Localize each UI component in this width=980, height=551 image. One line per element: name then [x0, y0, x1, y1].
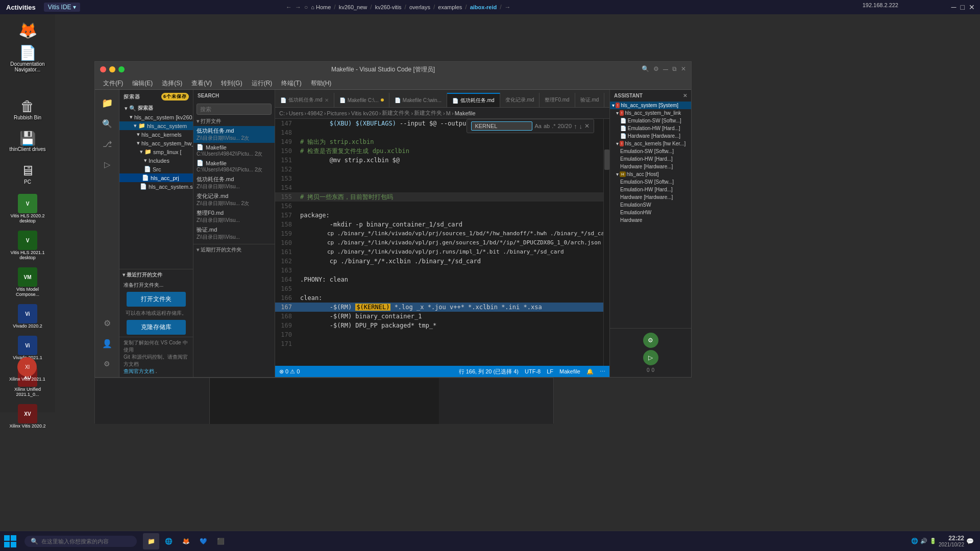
gear-activity-icon[interactable]: ⚙ — [98, 355, 116, 373]
taskbar-vscode[interactable]: 💙 — [195, 533, 211, 549]
assistant-item-hw-link[interactable]: ▾ ! hls_acc_system_hw_link — [610, 109, 691, 117]
menu-help[interactable]: 帮助(H) — [307, 78, 336, 89]
search-icon[interactable]: 🔍 — [642, 65, 649, 73]
desktop-icon-vitis-hls-2021[interactable]: V Vitis HLS 2021.1 desktop — [5, 229, 51, 262]
tab-2[interactable]: 📄 Makefile C:\... — [334, 93, 389, 107]
assistant-item-hardware-1[interactable]: 📄 Hardware [Hardware...] — [610, 132, 691, 140]
tree-hls-acc-system[interactable]: ▾ 📁 hls_acc_system — [119, 121, 193, 130]
top-close-icon[interactable]: ✕ — [969, 3, 975, 11]
tab-7[interactable]: 验证.md — [575, 93, 605, 107]
tab-6[interactable]: 整理F0.md — [540, 93, 575, 107]
desktop-icon-vitis-model[interactable]: VM Vitis Model Compose... — [5, 265, 51, 299]
status-bell[interactable]: 🔔 — [586, 368, 594, 375]
assistant-item-kernels[interactable]: ▾ ! hls_acc_kernels [hw Ker...] — [610, 140, 691, 147]
scrollbar-thumb[interactable] — [604, 149, 609, 170]
maximize-icon[interactable]: □ — [961, 3, 965, 11]
settings-icon[interactable]: ⚙ — [653, 65, 659, 73]
search-activity-icon[interactable]: 🔍 — [98, 114, 116, 133]
assistant-item-hardware-3[interactable]: Hardware [Hardware...] — [610, 193, 691, 201]
desktop-icon-pc[interactable]: 🖥 PC — [5, 160, 51, 187]
min-btn[interactable] — [109, 66, 115, 72]
assistant-item-emu-sw-3[interactable]: Emulation-SW [Softw...] — [610, 178, 691, 186]
assistant-item-system[interactable]: ▾ ! hls_acc_system [System] — [610, 102, 691, 109]
debug-icon[interactable]: ▷ — [98, 155, 116, 173]
status-language[interactable]: Makefile — [559, 368, 580, 374]
minimize-icon[interactable]: ─ — [951, 3, 957, 11]
desktop-icon-thinclient[interactable]: 💾 thinClient drives — [5, 129, 51, 154]
assistant-item-host[interactable]: ▾ H hls_acc [Host] — [610, 170, 691, 178]
explorer-activity-icon[interactable]: 📁 — [98, 94, 116, 112]
assistant-item-emu-hw-2[interactable]: Emulation-HW [Hard...] — [610, 155, 691, 163]
open-folder-btn[interactable]: 打开文件夹 — [127, 292, 185, 307]
nav-aibox[interactable]: aibox-reid — [470, 4, 497, 10]
menu-select[interactable]: 选择(S) — [158, 78, 186, 89]
status-line-col[interactable]: 行 166, 列 20 (已选择 4) — [459, 368, 519, 375]
status-encoding[interactable]: UTF-8 — [525, 368, 541, 374]
tree-hls-acc-kernels[interactable]: ▾ hls_acc_kernels — [119, 130, 193, 139]
find-close-btn[interactable]: ✕ — [584, 122, 590, 130]
search-input[interactable] — [197, 104, 272, 115]
learn-more-link[interactable]: 查阅官方文档 — [124, 368, 154, 374]
nav-overlays[interactable]: overlays — [409, 4, 430, 10]
desktop-icon-xilinx-vitis[interactable]: XV Xilinx Vitis 2020.2 — [5, 402, 51, 431]
desktop-icon-firefox[interactable]: 🦊 — [5, 19, 51, 41]
search-item-6[interactable]: 整理F0.md Z\\目录日期\\Visu... — [193, 208, 275, 225]
assistant-item-hardware-final[interactable]: Hardware — [610, 216, 691, 224]
tab-1[interactable]: 📄 低功耗任务.md ✕ — [275, 93, 334, 107]
find-next-btn[interactable]: ↓ — [579, 122, 583, 130]
menu-view[interactable]: 查看(V) — [187, 78, 216, 89]
tab-5[interactable]: 变化记录.md — [500, 93, 540, 107]
settings-activity-icon[interactable]: 👤 — [98, 334, 116, 353]
win-close-icon[interactable]: ✕ — [681, 65, 686, 73]
tree-src[interactable]: 📄 Src — [119, 165, 193, 173]
assistant-green-btn2[interactable]: ▷ — [643, 350, 658, 365]
tree-hls-system[interactable]: ▾ hls_acc_system [kv260...] — [119, 113, 193, 121]
taskbar-terminal[interactable]: ⬛ — [212, 533, 229, 549]
tree-includes[interactable]: ▾ Includes — [119, 156, 193, 165]
code-editor[interactable]: 147 $(XBU) $(XBUFLAGS) --input $@ --outp… — [275, 119, 603, 366]
desktop-icon-rubbish[interactable]: 🗑 Rubbish Bin — [5, 96, 51, 122]
nav-kv260-new[interactable]: kv260_new — [339, 4, 368, 10]
taskbar-search-bar[interactable]: 🔍 — [24, 536, 137, 547]
taskbar-notification-icon[interactable]: 💬 — [966, 538, 974, 545]
status-errors[interactable]: ⊗ 0 ⚠ 0 — [279, 368, 300, 375]
nav-kv260-vitis[interactable]: kv260-vitis — [375, 4, 402, 10]
tree-hls-acc-prj[interactable]: 📄 hls_acc_prj — [119, 173, 193, 182]
max-btn[interactable] — [118, 66, 125, 72]
menu-edit[interactable]: 编辑(E) — [128, 78, 157, 89]
assistant-item-emulation-hw[interactable]: EmulationHW — [610, 209, 691, 216]
tree-hls-acc-hw-link[interactable]: ▾ hls_acc_system_hw_link — [119, 139, 193, 147]
nav-examples[interactable]: examples — [438, 4, 462, 10]
assistant-item-emu-hw-3[interactable]: Emulation-HW [Hard...] — [610, 186, 691, 193]
extensions-icon[interactable]: ⚙ — [98, 314, 116, 332]
nav-forward[interactable]: → — [505, 4, 511, 11]
tree-smp-linux[interactable]: ▾ 📁 smp_linux [ — [119, 147, 193, 156]
nav-left[interactable]: ← — [286, 4, 292, 11]
taskbar-chrome[interactable]: 🌐 — [160, 533, 177, 549]
assistant-close[interactable]: ✕ — [683, 93, 687, 98]
assistant-item-emu-sw-1[interactable]: 📄 Emulation-SW [Softw...] — [610, 117, 691, 124]
taskbar-file-manager[interactable]: 📁 — [143, 533, 159, 549]
source-control-icon[interactable]: ⎇ — [98, 135, 116, 153]
tab-3[interactable]: 📄 Makefile C:\win... — [389, 93, 447, 107]
desktop-icon-xilinx-vitis-bottom[interactable]: Xl Xilinx Vitis 2021.1 — [9, 357, 45, 382]
find-input[interactable] — [471, 121, 532, 131]
assistant-item-hardware-2[interactable]: Hardware [Hardware...] — [610, 163, 691, 170]
clone-repo-btn[interactable]: 克隆存储库 — [127, 320, 185, 335]
taskbar-clock[interactable]: 22:22 2021/10/22 — [939, 535, 964, 547]
editor-scrollbar[interactable] — [603, 119, 609, 366]
search-item-4[interactable]: 低功耗任务.md Z\\目录日期\\Visu... — [193, 174, 275, 191]
assistant-green-btn[interactable]: ⚙ — [643, 333, 658, 348]
tab-1-close[interactable]: ✕ — [325, 97, 329, 103]
search-item-1[interactable]: 低功耗任务.md Z\\目录日期\\Visu... 2次 — [193, 126, 275, 143]
close-btn[interactable] — [100, 66, 106, 72]
desktop-icon-vivado-2020[interactable]: Vi Vivado 2020.2 — [5, 302, 51, 331]
assistant-item-emu-hw-1[interactable]: 📄 Emulation-HW [Hard...] — [610, 124, 691, 132]
win-minimize-icon[interactable]: ─ — [663, 65, 668, 73]
search-item-5[interactable]: 变化记录.md Z\\目录日期\\Visu... 2次 — [193, 191, 275, 208]
desktop-icon-vitis-hls-2020[interactable]: V Vitis HLS 2020.2 desktop — [5, 192, 51, 226]
status-more[interactable]: ⋯ — [600, 368, 605, 375]
nav-home[interactable]: ⌂ Home — [311, 4, 331, 10]
find-case-btn[interactable]: Aa — [534, 123, 541, 129]
status-eol[interactable]: LF — [547, 368, 553, 374]
